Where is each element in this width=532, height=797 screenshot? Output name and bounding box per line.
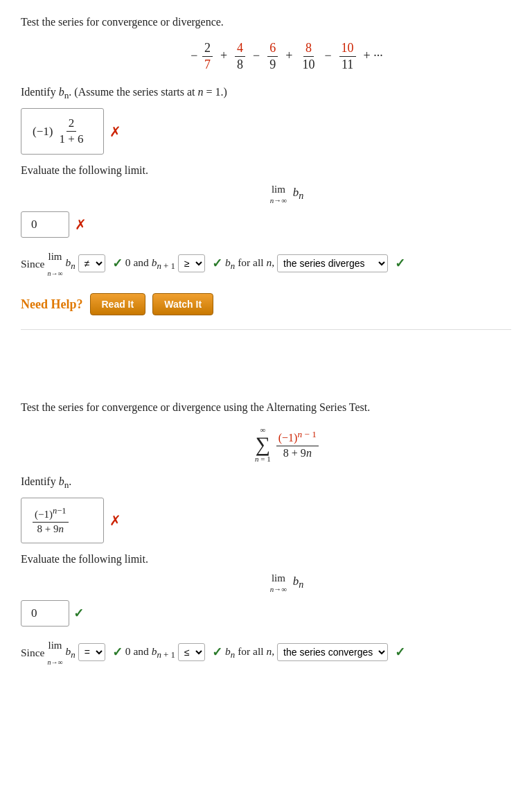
since-dropdown2-1[interactable]: ≥ ≤ = <box>178 254 205 272</box>
limit-answer-box-2[interactable]: 0 <box>21 600 69 627</box>
need-help-label: Need Help? <box>21 297 83 312</box>
summation-display: ∞ ∑ n = 1 (−1)n − 1 8 + 9n <box>62 426 511 463</box>
since-dropdown2-2[interactable]: ≤ ≥ = <box>178 643 205 661</box>
fraction-3: 6 9 <box>267 40 278 73</box>
problem2-instruction: Test the series for convergence or diver… <box>21 399 511 416</box>
since-dropdown3-1[interactable]: the series diverges the series converges <box>277 254 388 272</box>
limit-answer-row-2: 0 ✓ <box>21 600 511 627</box>
identify-bn-label: Identify bn. (Assume the series starts a… <box>21 86 511 101</box>
since-dropdown3-2[interactable]: the series converges the series diverges <box>277 643 388 661</box>
since-line-2: Since lim n→∞ bn = ≠ < > ✓ 0 and bn + 1 … <box>21 635 511 669</box>
bn-incorrect-mark: ✗ <box>109 123 121 140</box>
bn-answer-row: (−1) 2 1 + 6 ✗ <box>21 108 511 155</box>
problem-1: Test the series for convergence or diver… <box>21 14 511 330</box>
check3-1: ✓ <box>395 251 405 276</box>
check2-2: ✓ <box>212 640 222 665</box>
series-term1: − <box>190 49 197 62</box>
limit-correct-mark-2: ✓ <box>73 606 84 621</box>
limit-answer-box-1[interactable]: 0 <box>21 211 69 238</box>
limit-display-1: lim n→∞ bn <box>62 182 511 204</box>
watch-it-button[interactable]: Watch It <box>152 293 213 315</box>
evaluate-label-2: Evaluate the following limit. <box>21 553 511 566</box>
identify-bn-label-2: Identify bn. <box>21 475 511 491</box>
read-it-button[interactable]: Read It <box>90 293 146 315</box>
limit-incorrect-mark-1: ✗ <box>75 216 87 233</box>
bn-answer-box-2[interactable]: (−1)n−1 8 + 9n <box>21 498 104 543</box>
bn-answer-box[interactable]: (−1) 2 1 + 6 <box>21 108 104 155</box>
since-line-1: Since lim n→∞ bn ≠ = < > ✓ 0 and bn + 1 … <box>21 246 511 281</box>
sigma-block: ∞ ∑ n = 1 <box>255 426 271 463</box>
bn-incorrect-mark-2: ✗ <box>109 512 121 529</box>
fraction-1: 2 7 <box>202 40 213 73</box>
summation-fraction: (−1)n − 1 8 + 9n <box>276 428 319 461</box>
spacer <box>21 344 511 399</box>
bn-answer-row-2: (−1)n−1 8 + 9n ✗ <box>21 498 511 543</box>
check1-1: ✓ <box>112 251 123 276</box>
check3-2: ✓ <box>395 640 405 665</box>
since-dropdown1-2[interactable]: = ≠ < > <box>78 643 105 661</box>
problem1-instruction: Test the series for convergence or diver… <box>21 14 511 30</box>
evaluate-label-1: Evaluate the following limit. <box>21 164 511 177</box>
since-dropdown1-1[interactable]: ≠ = < > <box>78 254 105 272</box>
bn-fraction: 2 1 + 6 <box>57 116 85 147</box>
section-divider <box>21 329 511 330</box>
limit-display-2: lim n→∞ bn <box>62 571 511 593</box>
series-display: − 2 7 + 4 8 − 6 9 + 8 10 − 10 11 + ··· <box>62 40 511 73</box>
limit-answer-row-1: 0 ✗ <box>21 211 511 238</box>
fraction-4: 8 10 <box>300 40 317 73</box>
check2-1: ✓ <box>212 251 222 276</box>
need-help-section: Need Help? Read It Watch It <box>21 293 511 315</box>
fraction-5: 10 11 <box>339 40 356 73</box>
fraction-2: 4 8 <box>235 40 245 73</box>
problem-2: Test the series for convergence or diver… <box>21 399 511 669</box>
check1-2: ✓ <box>112 640 123 665</box>
